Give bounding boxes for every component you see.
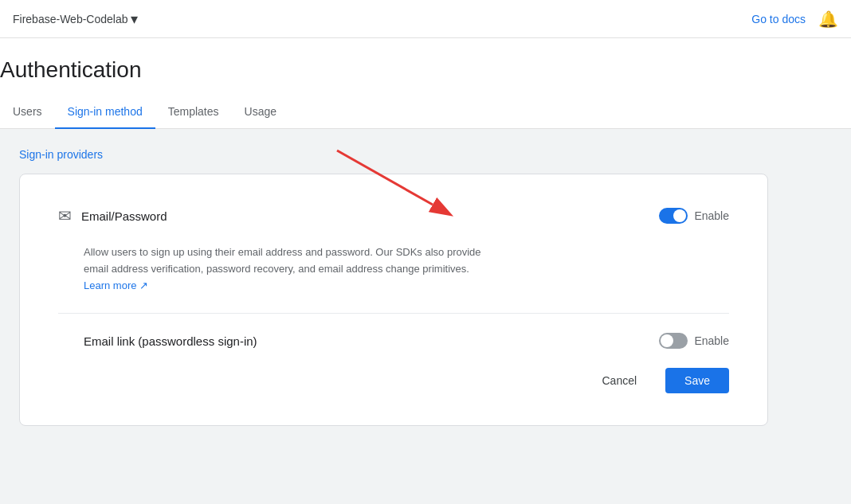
tab-users[interactable]: Users	[0, 96, 55, 129]
project-name: Firebase-Web-Codelab	[13, 13, 127, 25]
email-link-toggle-container: Enable	[659, 333, 729, 349]
toggle-slider	[659, 208, 688, 224]
tab-usage[interactable]: Usage	[232, 96, 289, 129]
email-password-row: ✉ Email/Password Enable	[58, 206, 729, 225]
top-bar-right: Go to docs 🔔	[751, 10, 838, 29]
header-area: Authentication Users Sign-in method Temp…	[0, 38, 851, 129]
email-link-row: Email link (passwordless sign-in) Enable	[58, 333, 729, 349]
email-link-name: Email link (passwordless sign-in)	[84, 334, 659, 348]
content-area: Sign-in providers ✉ Email/Password	[19, 129, 832, 445]
top-bar: Firebase-Web-Codelab ▾ Go to docs 🔔	[0, 0, 851, 38]
email-password-description: Allow users to sign up using their email…	[84, 244, 482, 294]
external-link-icon: ↗	[139, 279, 148, 291]
email-password-toggle[interactable]	[659, 208, 688, 224]
footer-buttons: Cancel Save	[58, 368, 729, 393]
chevron-down-icon: ▾	[131, 10, 138, 28]
email-password-enable-label: Enable	[694, 209, 729, 222]
tab-signin-method[interactable]: Sign-in method	[55, 96, 155, 129]
save-button[interactable]: Save	[665, 368, 729, 393]
providers-card: ✉ Email/Password Enable Allow users to s…	[19, 174, 768, 426]
tab-templates[interactable]: Templates	[155, 96, 232, 129]
project-selector[interactable]: Firebase-Web-Codelab ▾	[13, 10, 138, 28]
description-text: Allow users to sign up using their email…	[84, 246, 481, 275]
page-title: Authentication	[0, 38, 851, 83]
email-icon: ✉	[58, 206, 72, 225]
cancel-button[interactable]: Cancel	[582, 368, 656, 393]
email-password-section: ✉ Email/Password Enable	[58, 206, 729, 225]
bell-icon[interactable]: 🔔	[818, 10, 838, 29]
main-content: Sign-in providers ✉ Email/Password	[0, 129, 851, 445]
email-link-toggle[interactable]	[659, 333, 688, 349]
go-to-docs-link[interactable]: Go to docs	[751, 13, 806, 25]
divider	[58, 313, 729, 314]
learn-more-link[interactable]: Learn more ↗	[84, 279, 148, 291]
email-link-enable-label: Enable	[694, 334, 729, 347]
section-label: Sign-in providers	[19, 148, 832, 161]
tabs-nav: Users Sign-in method Templates Usage	[0, 96, 851, 129]
toggle-slider-2	[659, 333, 688, 349]
email-password-toggle-container: Enable	[659, 208, 729, 224]
email-password-name: Email/Password	[81, 209, 659, 223]
